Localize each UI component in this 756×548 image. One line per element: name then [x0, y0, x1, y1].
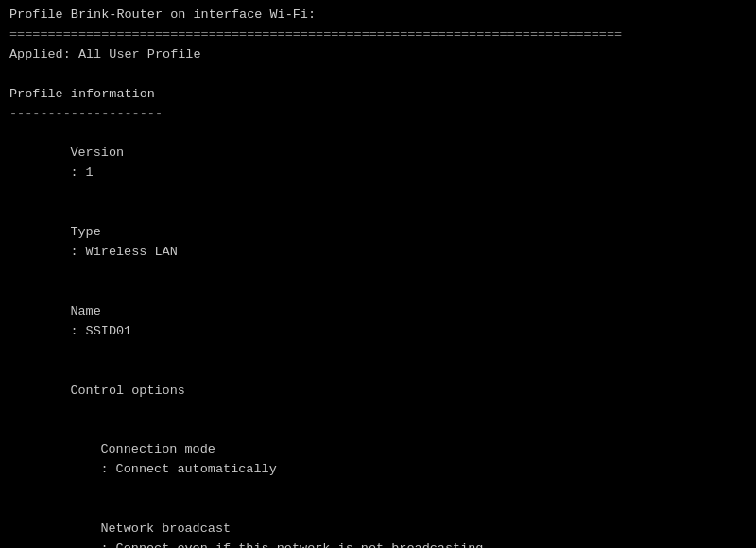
conn-mode-row: Connection mode : Connect automatically	[9, 420, 747, 500]
profile-info-header: Profile information	[9, 85, 747, 105]
version-value: : 1	[70, 165, 93, 180]
conn-mode-label: Connection mode	[100, 440, 221, 460]
conn-mode-value: : Connect automatically	[100, 462, 276, 476]
type-label: Type	[70, 223, 221, 243]
name-row: Name : SSID01	[9, 283, 747, 362]
version-row: Version : 1	[9, 125, 747, 204]
net-broadcast-label: Network broadcast	[100, 520, 221, 539]
control-label: Control options	[70, 382, 221, 402]
profile-divider: --------------------	[9, 105, 747, 125]
blank1	[9, 65, 747, 85]
type-value: : Wireless LAN	[70, 245, 177, 259]
terminal-window: Profile Brink-Router on interface Wi-Fi:…	[0, 0, 756, 548]
name-value: : SSID01	[70, 324, 131, 338]
control-row: Control options	[9, 362, 747, 421]
net-broadcast-row: Network broadcast : Connect even if this…	[9, 500, 747, 548]
applied-line: Applied: All User Profile	[9, 45, 747, 65]
version-label: Version	[70, 144, 221, 163]
net-broadcast-value: : Connect even if this network is not br…	[100, 541, 483, 548]
type-row: Type : Wireless LAN	[9, 203, 747, 283]
title-line: Profile Brink-Router on interface Wi-Fi:	[9, 6, 747, 26]
name-label: Name	[70, 302, 221, 322]
title-divider: ========================================…	[9, 26, 747, 45]
